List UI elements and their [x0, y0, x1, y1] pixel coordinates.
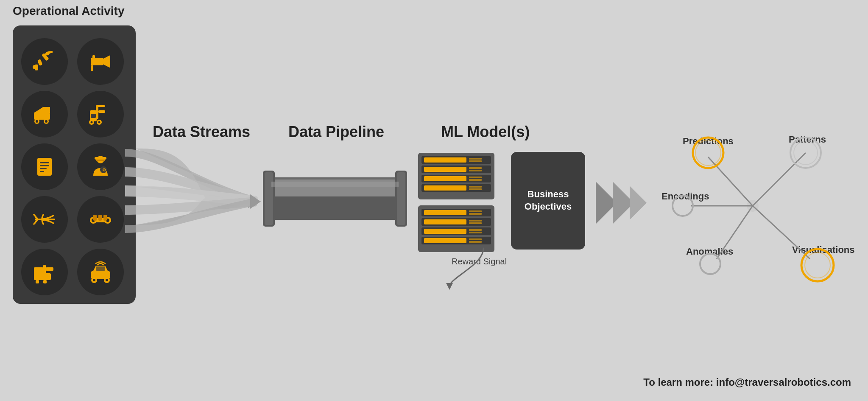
svg-rect-32 — [40, 171, 44, 172]
svg-rect-71 — [271, 196, 399, 220]
svg-point-128 — [805, 252, 830, 278]
svg-rect-85 — [424, 185, 466, 191]
business-objectives-box: Business Objectives — [511, 152, 585, 250]
svg-marker-11 — [43, 107, 50, 113]
svg-rect-54 — [34, 273, 51, 280]
svg-line-116 — [708, 157, 753, 206]
svg-rect-27 — [91, 114, 96, 118]
svg-rect-82 — [424, 157, 466, 163]
svg-rect-99 — [424, 210, 466, 215]
svg-rect-52 — [98, 215, 102, 221]
svg-marker-18 — [34, 107, 43, 113]
svg-rect-53 — [103, 215, 107, 221]
svg-point-125 — [700, 254, 720, 274]
svg-rect-84 — [424, 176, 466, 181]
svg-rect-89 — [469, 170, 482, 171]
svg-marker-7 — [103, 55, 110, 68]
svg-rect-10 — [34, 113, 50, 120]
svg-point-117 — [693, 137, 723, 168]
svg-rect-1 — [37, 59, 42, 66]
svg-rect-110 — [469, 241, 482, 243]
svg-rect-29 — [40, 162, 49, 163]
svg-rect-65 — [96, 266, 105, 271]
svg-rect-86 — [469, 158, 482, 160]
business-objectives-label: Business Objectives — [511, 188, 585, 213]
svg-point-123 — [673, 196, 693, 216]
svg-rect-75 — [397, 172, 405, 225]
svg-rect-57 — [46, 267, 53, 271]
svg-rect-104 — [469, 213, 482, 215]
svg-rect-73 — [265, 172, 273, 225]
svg-rect-20 — [98, 110, 105, 113]
svg-rect-102 — [424, 238, 466, 243]
reward-signal-svg — [424, 244, 547, 291]
svg-rect-56 — [43, 265, 46, 274]
svg-rect-103 — [469, 210, 482, 212]
robot-arm-icon — [21, 38, 68, 85]
svg-point-16 — [36, 120, 38, 123]
svg-rect-9 — [91, 65, 93, 71]
svg-rect-88 — [469, 167, 482, 169]
svg-line-119 — [753, 153, 806, 206]
dump-truck-icon — [21, 91, 68, 137]
svg-rect-31 — [40, 168, 47, 169]
ml-models-label: ML Model(s) — [441, 123, 530, 141]
svg-rect-106 — [469, 222, 482, 224]
document-icon — [21, 143, 68, 190]
svg-marker-111 — [446, 283, 453, 290]
svg-rect-55 — [34, 267, 43, 274]
icon-grid: ⚙ — [21, 38, 127, 295]
svg-line-44 — [50, 222, 53, 223]
operational-activity-title: Operational Activity — [13, 4, 124, 18]
svg-point-24 — [91, 121, 93, 123]
svg-rect-8 — [92, 55, 95, 59]
svg-marker-114 — [630, 186, 647, 220]
svg-rect-35 — [95, 157, 106, 160]
svg-point-118 — [695, 140, 721, 165]
output-nodes-svg — [653, 115, 852, 297]
svg-rect-6 — [91, 58, 103, 65]
conveyor-icon — [77, 196, 124, 243]
forklift-icon — [77, 91, 124, 137]
svg-rect-76 — [271, 182, 399, 187]
machine-icon — [21, 249, 68, 295]
autonomous-vehicle-icon — [77, 249, 124, 295]
svg-rect-30 — [40, 165, 49, 166]
svg-point-45 — [42, 218, 45, 221]
svg-rect-107 — [469, 229, 482, 231]
svg-rect-93 — [469, 188, 482, 190]
stream-arrows-svg — [125, 144, 261, 259]
operational-activity-panel: ⚙ — [13, 25, 136, 304]
svg-point-5 — [33, 65, 37, 69]
svg-rect-83 — [424, 167, 466, 172]
svg-rect-108 — [469, 232, 482, 233]
svg-point-17 — [45, 120, 47, 123]
contact-info: To learn more: info@traversalrobotics.co… — [643, 376, 851, 388]
svg-line-42 — [50, 216, 53, 217]
data-pipeline-label: Data Pipeline — [288, 123, 384, 141]
svg-rect-28 — [37, 158, 52, 176]
svg-point-64 — [106, 279, 108, 281]
svg-point-62 — [93, 279, 95, 281]
svg-rect-91 — [469, 179, 482, 181]
svg-text:⚙: ⚙ — [102, 168, 106, 172]
pipeline-tube-svg — [254, 152, 416, 250]
camera-icon — [77, 38, 124, 85]
svg-rect-101 — [424, 229, 466, 234]
worker-icon: ⚙ — [77, 143, 124, 190]
svg-rect-22 — [97, 105, 105, 107]
svg-rect-105 — [469, 220, 482, 222]
server-racks-svg — [414, 149, 511, 259]
svg-line-126 — [753, 206, 810, 259]
svg-rect-92 — [469, 186, 482, 188]
svg-rect-51 — [93, 215, 97, 221]
svg-rect-4 — [47, 51, 53, 54]
svg-point-127 — [801, 249, 834, 281]
sensor-icon — [21, 196, 68, 243]
svg-rect-59 — [43, 280, 47, 283]
svg-rect-109 — [469, 238, 482, 240]
svg-rect-87 — [469, 160, 482, 162]
svg-point-26 — [98, 121, 100, 123]
svg-rect-100 — [424, 219, 466, 224]
svg-line-124 — [717, 206, 753, 259]
